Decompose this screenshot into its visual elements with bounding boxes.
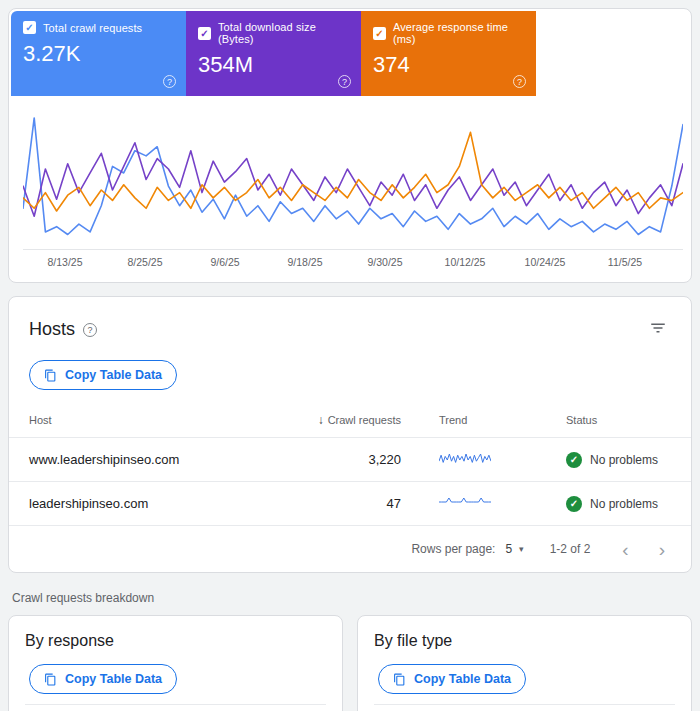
- x-axis-labels: 8/13/258/25/259/6/259/18/259/30/2510/12/…: [23, 254, 677, 272]
- hosts-title: Hosts: [29, 319, 75, 340]
- metric-value: 354M: [198, 52, 349, 78]
- copy-button-label: Copy Table Data: [65, 368, 162, 382]
- x-axis-tick: 9/6/25: [210, 256, 239, 268]
- x-axis-tick: 8/13/25: [47, 256, 82, 268]
- check-glyph: ✓: [25, 22, 33, 33]
- help-icon[interactable]: ?: [513, 75, 526, 88]
- column-header-trend: Trend: [401, 414, 526, 426]
- rows-per-page-value: 5: [505, 542, 512, 556]
- metric-value: 3.27K: [23, 41, 174, 67]
- x-axis-tick: 10/24/25: [525, 256, 566, 268]
- breakdown-grid: By response Copy Table Data OK (200) 90%…: [8, 615, 692, 711]
- rows-per-page-select[interactable]: 5 ▾: [505, 542, 523, 556]
- help-icon[interactable]: ?: [83, 323, 97, 337]
- column-header-status: Status: [526, 414, 671, 426]
- by-response-card: By response Copy Table Data OK (200) 90%: [8, 615, 343, 711]
- column-header-crawl-requests[interactable]: ↓Crawl requests: [251, 413, 401, 427]
- next-page-button[interactable]: ›: [655, 540, 669, 559]
- copy-icon: [393, 673, 406, 686]
- copy-button-label: Copy Table Data: [65, 672, 162, 686]
- help-icon[interactable]: ?: [338, 75, 351, 88]
- copy-table-data-button[interactable]: Copy Table Data: [29, 664, 177, 694]
- crawl-stats-page: ✓ Total crawl requests 3.27K ? ✓ Total d…: [0, 0, 700, 711]
- by-file-type-card: By file type Copy Table Data HTML 45%: [357, 615, 692, 711]
- metric-label: Total crawl requests: [43, 22, 142, 34]
- metric-card-total-crawl-requests[interactable]: ✓ Total crawl requests 3.27K ?: [11, 11, 186, 96]
- x-axis-tick: 9/30/25: [367, 256, 402, 268]
- hosts-table-header: Host ↓Crawl requests Trend Status: [9, 402, 691, 438]
- metric-label: Total download size (Bytes): [218, 21, 349, 45]
- x-axis-tick: 11/5/25: [608, 256, 642, 268]
- status-cell: ✓ No problems: [526, 496, 671, 512]
- previous-page-button[interactable]: ‹: [618, 540, 632, 559]
- metric-value: 374: [373, 52, 524, 78]
- help-icon[interactable]: ?: [163, 75, 176, 88]
- crawl-requests-value: 47: [251, 496, 401, 511]
- trend-cell: [401, 453, 526, 467]
- table-pagination: Rows per page: 5 ▾ 1-2 of 2 ‹ ›: [9, 526, 691, 572]
- metric-card-header: ✓ Total download size (Bytes): [198, 21, 349, 45]
- x-axis-tick: 9/18/25: [287, 256, 322, 268]
- crawl-line-chart: [23, 110, 683, 250]
- host-name: www.leadershipinseo.com: [29, 452, 251, 467]
- help-glyph: ?: [88, 325, 93, 335]
- by-response-title: By response: [25, 632, 326, 650]
- metric-card-average-response-time[interactable]: ✓ Average response time (ms) 374 ?: [361, 11, 536, 96]
- filter-icon[interactable]: [645, 315, 671, 344]
- hosts-card: Hosts ? Copy Table Data Host ↓Crawl requ…: [8, 296, 692, 573]
- metric-card-header: ✓ Average response time (ms): [373, 21, 524, 45]
- copy-table-data-button[interactable]: Copy Table Data: [29, 360, 177, 390]
- metric-cards-row: ✓ Total crawl requests 3.27K ? ✓ Total d…: [11, 11, 689, 96]
- metric-card-total-download-size[interactable]: ✓ Total download size (Bytes) 354M ?: [186, 11, 361, 96]
- metric-label: Average response time (ms): [393, 21, 524, 45]
- checkbox-checked-icon[interactable]: ✓: [198, 27, 211, 40]
- status-ok-icon: ✓: [566, 496, 582, 512]
- checkbox-checked-icon[interactable]: ✓: [23, 21, 36, 34]
- x-axis-tick: 10/12/25: [445, 256, 486, 268]
- breakdown-section-label: Crawl requests breakdown: [12, 591, 688, 605]
- table-row-host-1[interactable]: www.leadershipinseo.com 3,220 ✓ No probl…: [9, 438, 691, 482]
- list-item-html[interactable]: HTML 45%: [374, 704, 675, 711]
- status-ok-icon: ✓: [566, 452, 582, 468]
- by-file-type-title: By file type: [374, 632, 675, 650]
- copy-icon: [44, 369, 57, 382]
- help-glyph: ?: [517, 77, 522, 87]
- trend-cell: [401, 497, 526, 511]
- trend-sparkline: [439, 453, 491, 467]
- status-cell: ✓ No problems: [526, 452, 671, 468]
- copy-table-data-button[interactable]: Copy Table Data: [378, 664, 526, 694]
- table-row-host-2[interactable]: leadershipinseo.com 47 ✓ No problems: [9, 482, 691, 526]
- x-axis-tick: 8/25/25: [127, 256, 162, 268]
- caret-down-icon: ▾: [519, 544, 524, 554]
- status-badge: No problems: [590, 497, 658, 511]
- copy-icon: [44, 673, 57, 686]
- host-name: leadershipinseo.com: [29, 496, 251, 511]
- metric-card-header: ✓ Total crawl requests: [23, 21, 174, 34]
- column-header-host: Host: [29, 414, 251, 426]
- help-glyph: ?: [342, 77, 347, 87]
- check-glyph: ✓: [200, 28, 208, 39]
- checkbox-checked-icon[interactable]: ✓: [373, 27, 386, 40]
- trend-sparkline: [439, 497, 491, 511]
- crawl-requests-value: 3,220: [251, 452, 401, 467]
- status-badge: No problems: [590, 453, 658, 467]
- check-glyph: ✓: [375, 28, 383, 39]
- crawl-totals-chart-card: ✓ Total crawl requests 3.27K ? ✓ Total d…: [8, 8, 692, 283]
- sort-descending-icon: ↓: [318, 413, 324, 427]
- copy-button-label: Copy Table Data: [414, 672, 511, 686]
- help-glyph: ?: [167, 77, 172, 87]
- pagination-range: 1-2 of 2: [550, 542, 591, 556]
- rows-per-page-label: Rows per page:: [411, 542, 495, 556]
- list-item-ok-200[interactable]: OK (200) 90%: [25, 704, 326, 711]
- hosts-header: Hosts ?: [9, 315, 691, 344]
- time-series-chart: 8/13/258/25/259/6/259/18/259/30/2510/12/…: [23, 110, 677, 272]
